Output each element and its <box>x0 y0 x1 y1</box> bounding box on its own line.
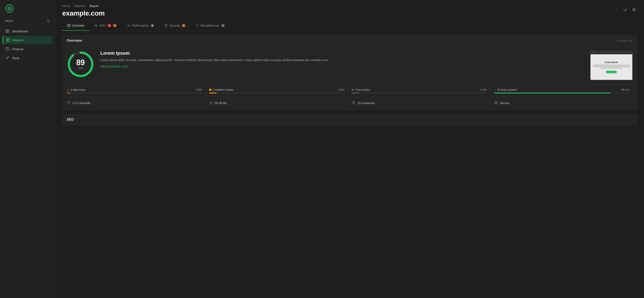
stat-security: Secure <box>490 100 633 105</box>
tab-security[interactable]: Security 1 <box>159 21 191 31</box>
tab-seo[interactable]: SEO 1 1 <box>90 21 122 31</box>
security-badge: 1 <box>182 24 186 27</box>
stat-resources-value: 15 resources <box>358 101 375 105</box>
resources-icon <box>352 100 355 105</box>
projects-icon <box>6 47 9 51</box>
score-center: 89 100 <box>76 59 85 70</box>
issue-low-bar <box>352 93 487 93</box>
svg-point-30 <box>354 103 355 104</box>
main-content: Home › Reports › Report example.com ··· <box>56 0 644 298</box>
thumb-line-1 <box>593 65 630 65</box>
tab-miscellaneous[interactable]: Miscellaneous 1 <box>191 21 230 31</box>
svg-rect-3 <box>6 29 7 31</box>
overview-tab-icon <box>67 24 70 27</box>
refresh-icon <box>623 8 627 11</box>
thumb-cta-button <box>606 71 617 73</box>
issue-high-label-row: ▲ 1 high issue 2.8% <box>67 88 202 91</box>
issue-medium-bar <box>209 93 345 93</box>
overview-section: Overview 7 minutes ago 89 100 <box>62 35 637 110</box>
print-button[interactable] <box>631 6 637 13</box>
sidebar-item-tools[interactable]: Tools <box>2 54 52 62</box>
svg-line-24 <box>197 25 197 25</box>
overview-url[interactable]: https://example.com/ <box>100 65 128 68</box>
overview-section-header: Overview 7 minutes ago <box>62 35 637 46</box>
medium-issue-icon <box>209 89 211 91</box>
thumb-dot-3 <box>596 52 597 53</box>
reports-icon <box>6 38 10 42</box>
issue-low-label-row: 2 low issues 5.6% <box>352 88 487 91</box>
seo-badge-yellow: 1 <box>113 24 117 27</box>
seo-section-header: SEO <box>62 114 637 125</box>
tab-overview[interactable]: Overview <box>62 21 90 31</box>
breadcrumb-home[interactable]: Home <box>62 4 70 8</box>
issue-high-label: ▲ 1 high issue <box>67 88 85 91</box>
performance-tab-icon <box>127 24 130 27</box>
seo-badge-red: 1 <box>107 24 111 27</box>
overview-section-time: 7 minutes ago <box>615 39 633 42</box>
more-options-button[interactable]: ··· <box>614 6 619 13</box>
svg-line-19 <box>96 26 97 27</box>
sidebar-menu-label: MENU <box>5 19 14 22</box>
refresh-button[interactable] <box>622 6 628 13</box>
svg-point-28 <box>353 101 354 102</box>
stat-security-value: Secure <box>500 101 509 105</box>
issue-passed: ✓ 31 tests passed 86.1% <box>490 88 633 93</box>
sidebar-item-reports[interactable]: Reports <box>2 36 52 44</box>
sidebar-menu-header: MENU ⚙ <box>0 17 55 26</box>
svg-rect-4 <box>8 29 9 31</box>
seo-section: SEO <box>62 114 637 125</box>
stats-row: ⏱ 0.11 seconds ⚖ 54.26 kB <box>67 97 633 105</box>
score-max: 100 <box>76 66 85 70</box>
score-value: 89 <box>76 59 85 66</box>
high-issue-icon: ▲ <box>67 88 69 91</box>
resources-svg-icon <box>352 100 355 104</box>
breadcrumb-reports[interactable]: Reports <box>74 4 85 8</box>
thumb-dot-1 <box>592 52 593 53</box>
tab-security-label: Security <box>169 24 180 27</box>
breadcrumb-report: Report <box>90 4 98 8</box>
issue-low-pct: 5.6% <box>480 88 487 91</box>
app-logo-icon <box>5 4 14 13</box>
stat-size-value: 54.26 kB <box>215 101 226 105</box>
stat-time: ⏱ 0.11 seconds <box>67 101 206 105</box>
issue-high: ▲ 1 high issue 2.8% <box>67 88 206 93</box>
issue-medium-pct: 5.6% <box>338 88 344 91</box>
thumb-text-lines <box>593 65 630 68</box>
size-icon: ⚖ <box>209 101 212 105</box>
svg-point-2 <box>9 8 10 9</box>
stat-resources: 15 resources <box>348 100 490 105</box>
thumb-dot-2 <box>594 52 595 53</box>
thumb-line-2 <box>593 66 630 67</box>
svg-line-31 <box>352 102 354 103</box>
sidebar: MENU ⚙ Dashboard <box>0 0 56 298</box>
seo-tab-icon <box>94 24 98 27</box>
security-tab-icon <box>164 24 168 27</box>
overview-site-name: Lorem Ipsum <box>100 50 584 56</box>
issue-passed-bar-fill <box>494 93 610 93</box>
sidebar-nav: Dashboard Reports <box>0 26 55 63</box>
overview-top-row: 89 100 Lorem Ipsum Lorem ipsum dolor sit… <box>67 50 633 80</box>
tab-overview-label: Overview <box>72 24 84 27</box>
tab-performance-label: Performance <box>132 24 149 27</box>
settings-icon[interactable]: ⚙ <box>47 19 50 23</box>
sidebar-item-dashboard[interactable]: Dashboard <box>2 27 52 35</box>
issue-medium: 2 medium issues 5.6% <box>206 88 348 93</box>
thumb-content: Lorem Ipsum <box>590 54 632 80</box>
issues-row: ▲ 1 high issue 2.8% <box>67 84 633 93</box>
overview-text: Lorem Ipsum Lorem ipsum dolor sit amet, … <box>100 50 584 68</box>
svg-point-29 <box>352 103 353 104</box>
breadcrumb-sep-1: › <box>72 4 73 8</box>
tab-performance[interactable]: Performance 1 <box>122 21 159 31</box>
lock-icon <box>494 100 498 105</box>
sidebar-item-projects[interactable]: Projects <box>2 45 52 53</box>
thumb-bar <box>590 51 632 54</box>
issue-low-bar-fill <box>352 93 359 93</box>
sidebar-item-projects-label: Projects <box>12 47 24 51</box>
issue-passed-label: ✓ 31 tests passed <box>494 88 517 91</box>
low-issue-icon <box>352 89 354 91</box>
print-icon <box>632 8 636 11</box>
tabs-bar: Overview SEO 1 1 Performance 1 Security … <box>56 21 644 31</box>
sidebar-item-tools-label: Tools <box>12 56 20 60</box>
sidebar-logo <box>0 0 55 17</box>
stat-size: ⚖ 54.26 kB <box>206 101 348 105</box>
